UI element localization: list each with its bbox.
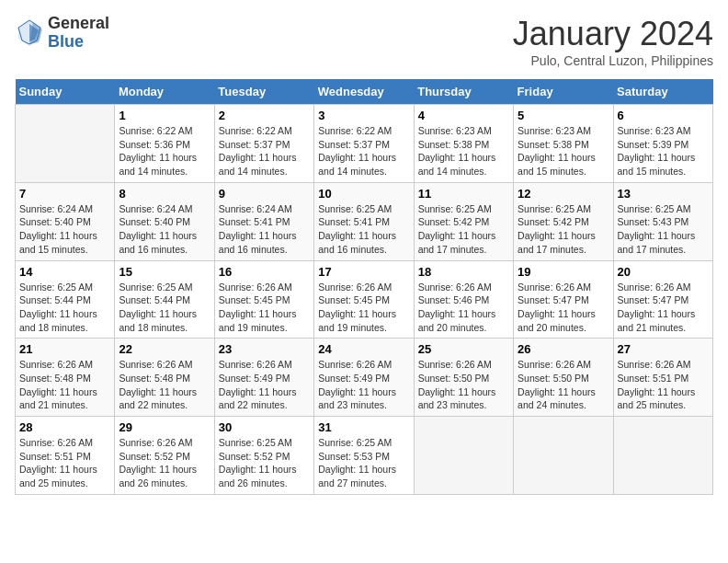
calendar-day-cell: 25Sunrise: 6:26 AMSunset: 5:50 PMDayligh… (414, 339, 513, 417)
calendar-day-cell: 24Sunrise: 6:26 AMSunset: 5:49 PMDayligh… (314, 339, 414, 417)
day-number: 28 (19, 420, 110, 434)
day-info: Sunrise: 6:25 AMSunset: 5:52 PMDaylight:… (219, 436, 310, 490)
logo-blue: Blue (48, 33, 109, 52)
calendar-day-cell: 6Sunrise: 6:23 AMSunset: 5:39 PMDaylight… (613, 105, 712, 183)
day-info: Sunrise: 6:26 AMSunset: 5:48 PMDaylight:… (19, 358, 110, 412)
weekday-header-row: SundayMondayTuesdayWednesdayThursdayFrid… (16, 79, 713, 105)
day-number: 2 (219, 109, 310, 122)
calendar-day-cell: 14Sunrise: 6:25 AMSunset: 5:44 PMDayligh… (16, 260, 115, 339)
day-info: Sunrise: 6:26 AMSunset: 5:51 PMDaylight:… (618, 358, 709, 412)
calendar-day-cell: 7Sunrise: 6:24 AMSunset: 5:40 PMDaylight… (16, 182, 115, 260)
day-number: 20 (618, 265, 709, 279)
day-info: Sunrise: 6:23 AMSunset: 5:38 PMDaylight:… (418, 124, 509, 178)
calendar-day-cell: 11Sunrise: 6:25 AMSunset: 5:42 PMDayligh… (414, 182, 513, 260)
day-number: 1 (119, 109, 210, 122)
day-number: 27 (618, 342, 709, 356)
calendar-day-cell: 26Sunrise: 6:26 AMSunset: 5:50 PMDayligh… (514, 339, 613, 417)
logo-text: General Blue (48, 15, 109, 52)
day-info: Sunrise: 6:26 AMSunset: 5:49 PMDaylight:… (219, 358, 310, 412)
calendar-day-cell: 22Sunrise: 6:26 AMSunset: 5:48 PMDayligh… (115, 339, 214, 417)
weekday-header-cell: Saturday (613, 79, 712, 105)
day-number: 5 (518, 109, 609, 122)
day-info: Sunrise: 6:25 AMSunset: 5:44 PMDaylight:… (19, 281, 110, 335)
day-info: Sunrise: 6:23 AMSunset: 5:38 PMDaylight:… (518, 124, 609, 178)
day-number: 6 (618, 109, 709, 122)
day-number: 23 (219, 342, 310, 356)
day-info: Sunrise: 6:22 AMSunset: 5:37 PMDaylight:… (219, 124, 310, 178)
day-number: 24 (318, 342, 409, 356)
day-number: 14 (19, 265, 110, 279)
day-info: Sunrise: 6:25 AMSunset: 5:41 PMDaylight:… (318, 202, 409, 257)
calendar-day-cell: 28Sunrise: 6:26 AMSunset: 5:51 PMDayligh… (16, 417, 115, 495)
weekday-header-cell: Tuesday (214, 79, 313, 105)
calendar-day-cell: 12Sunrise: 6:25 AMSunset: 5:42 PMDayligh… (514, 182, 613, 260)
day-info: Sunrise: 6:25 AMSunset: 5:42 PMDaylight:… (418, 202, 509, 257)
weekday-header-cell: Thursday (414, 79, 513, 105)
weekday-header-cell: Monday (115, 79, 214, 105)
calendar-week-row: 1Sunrise: 6:22 AMSunset: 5:36 PMDaylight… (16, 105, 713, 183)
day-info: Sunrise: 6:26 AMSunset: 5:50 PMDaylight:… (418, 358, 509, 412)
calendar-day-cell: 10Sunrise: 6:25 AMSunset: 5:41 PMDayligh… (314, 182, 414, 260)
weekday-header-cell: Wednesday (314, 79, 414, 105)
day-info: Sunrise: 6:26 AMSunset: 5:48 PMDaylight:… (119, 358, 210, 412)
day-info: Sunrise: 6:24 AMSunset: 5:41 PMDaylight:… (219, 202, 310, 257)
day-number: 8 (119, 187, 210, 201)
logo: General Blue (15, 15, 109, 52)
calendar-day-cell: 31Sunrise: 6:25 AMSunset: 5:53 PMDayligh… (314, 417, 414, 495)
calendar-day-cell: 27Sunrise: 6:26 AMSunset: 5:51 PMDayligh… (613, 339, 712, 417)
day-info: Sunrise: 6:22 AMSunset: 5:36 PMDaylight:… (119, 124, 210, 178)
day-info: Sunrise: 6:25 AMSunset: 5:43 PMDaylight:… (618, 202, 709, 257)
calendar-day-cell: 1Sunrise: 6:22 AMSunset: 5:36 PMDaylight… (115, 105, 214, 183)
calendar-day-cell: 17Sunrise: 6:26 AMSunset: 5:45 PMDayligh… (314, 260, 414, 339)
day-info: Sunrise: 6:26 AMSunset: 5:49 PMDaylight:… (318, 358, 409, 412)
calendar-day-cell: 21Sunrise: 6:26 AMSunset: 5:48 PMDayligh… (16, 339, 115, 417)
day-number: 29 (119, 420, 210, 434)
day-number: 15 (119, 265, 210, 279)
day-number: 16 (219, 265, 310, 279)
day-number: 4 (418, 109, 509, 122)
day-number: 21 (19, 342, 110, 356)
calendar-day-cell (514, 417, 613, 495)
day-info: Sunrise: 6:25 AMSunset: 5:44 PMDaylight:… (119, 281, 210, 335)
day-info: Sunrise: 6:26 AMSunset: 5:46 PMDaylight:… (418, 281, 509, 335)
page-header: General Blue January 2024 Pulo, Central … (15, 15, 713, 68)
calendar-day-cell: 4Sunrise: 6:23 AMSunset: 5:38 PMDaylight… (414, 105, 513, 183)
calendar-day-cell: 3Sunrise: 6:22 AMSunset: 5:37 PMDaylight… (314, 105, 414, 183)
day-number: 17 (318, 265, 409, 279)
day-number: 18 (418, 265, 509, 279)
day-number: 13 (618, 187, 709, 201)
calendar-week-row: 14Sunrise: 6:25 AMSunset: 5:44 PMDayligh… (16, 260, 713, 339)
logo-icon (15, 18, 44, 48)
calendar-day-cell: 30Sunrise: 6:25 AMSunset: 5:52 PMDayligh… (214, 417, 313, 495)
calendar-day-cell: 20Sunrise: 6:26 AMSunset: 5:47 PMDayligh… (613, 260, 712, 339)
calendar-day-cell: 18Sunrise: 6:26 AMSunset: 5:46 PMDayligh… (414, 260, 513, 339)
calendar-table: SundayMondayTuesdayWednesdayThursdayFrid… (15, 79, 713, 495)
logo-general: General (48, 15, 109, 33)
title-section: January 2024 Pulo, Central Luzon, Philip… (513, 15, 713, 68)
day-info: Sunrise: 6:22 AMSunset: 5:37 PMDaylight:… (318, 124, 409, 178)
calendar-day-cell: 15Sunrise: 6:25 AMSunset: 5:44 PMDayligh… (115, 260, 214, 339)
weekday-header-cell: Sunday (16, 79, 115, 105)
day-number: 7 (19, 187, 110, 201)
calendar-week-row: 21Sunrise: 6:26 AMSunset: 5:48 PMDayligh… (16, 339, 713, 417)
month-title: January 2024 (513, 15, 713, 53)
day-number: 10 (318, 187, 409, 201)
day-info: Sunrise: 6:25 AMSunset: 5:42 PMDaylight:… (518, 202, 609, 257)
day-info: Sunrise: 6:26 AMSunset: 5:52 PMDaylight:… (119, 436, 210, 490)
day-info: Sunrise: 6:26 AMSunset: 5:50 PMDaylight:… (518, 358, 609, 412)
calendar-day-cell: 16Sunrise: 6:26 AMSunset: 5:45 PMDayligh… (214, 260, 313, 339)
day-number: 22 (119, 342, 210, 356)
day-number: 31 (318, 420, 409, 434)
day-info: Sunrise: 6:25 AMSunset: 5:53 PMDaylight:… (318, 436, 409, 490)
day-number: 30 (219, 420, 310, 434)
weekday-header-cell: Friday (514, 79, 613, 105)
calendar-week-row: 28Sunrise: 6:26 AMSunset: 5:51 PMDayligh… (16, 417, 713, 495)
calendar-day-cell: 19Sunrise: 6:26 AMSunset: 5:47 PMDayligh… (514, 260, 613, 339)
calendar-day-cell (414, 417, 513, 495)
calendar-day-cell (613, 417, 712, 495)
calendar-day-cell (16, 105, 115, 183)
day-info: Sunrise: 6:24 AMSunset: 5:40 PMDaylight:… (119, 202, 210, 257)
calendar-week-row: 7Sunrise: 6:24 AMSunset: 5:40 PMDaylight… (16, 182, 713, 260)
calendar-day-cell: 5Sunrise: 6:23 AMSunset: 5:38 PMDaylight… (514, 105, 613, 183)
calendar-day-cell: 8Sunrise: 6:24 AMSunset: 5:40 PMDaylight… (115, 182, 214, 260)
